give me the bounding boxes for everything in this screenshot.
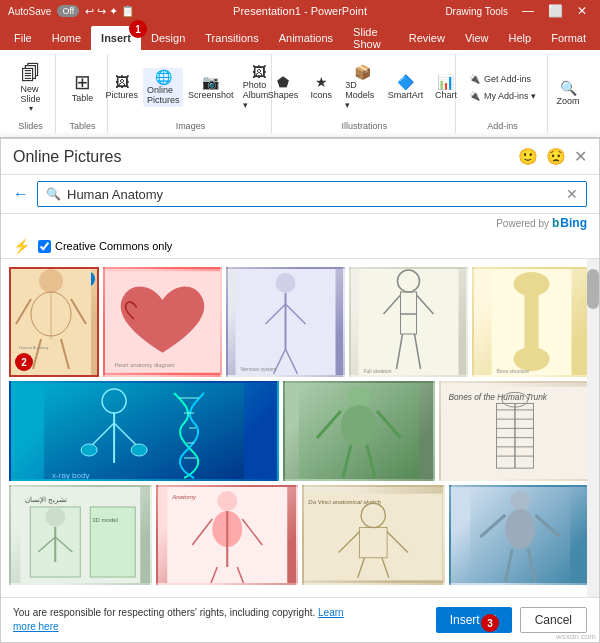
photo-album-icon: 🖼 <box>252 65 266 79</box>
new-slide-button[interactable]: 🗐 NewSlide ▾ <box>13 61 49 115</box>
smartart-icon: 🔷 <box>397 75 414 89</box>
image-2[interactable]: Heart anatomy diagram <box>103 267 222 377</box>
ribbon-group-images: 🖼 Pictures 🌐 OnlinePictures 📷 Screenshot… <box>110 54 272 133</box>
screenshot-icon: 📷 <box>202 75 219 89</box>
dialog-close-icon[interactable]: ✕ <box>574 147 587 166</box>
window-title: Presentation1 - PowerPoint <box>233 5 367 17</box>
images-row-3: تشريح الإنسان 3D model Anatomy <box>9 485 591 585</box>
tab-format[interactable]: Format <box>541 26 596 50</box>
image-11[interactable]: Da Vinci anatomical sketch <box>302 485 445 585</box>
images-label: Images <box>176 119 206 131</box>
get-addins-icon: 🔌 <box>469 74 480 84</box>
emoji-frown-icon: 😟 <box>546 147 566 166</box>
tab-transitions[interactable]: Transitions <box>195 26 268 50</box>
tab-review[interactable]: Review <box>399 26 455 50</box>
clear-search-button[interactable]: ✕ <box>566 186 578 202</box>
svg-point-12 <box>276 273 296 293</box>
pictures-button[interactable]: 🖼 Pictures <box>102 73 141 102</box>
svg-point-91 <box>510 491 530 511</box>
svg-text:Heart anatomy diagram: Heart anatomy diagram <box>115 362 175 368</box>
online-pictures-button[interactable]: 🌐 OnlinePictures <box>143 68 182 107</box>
dialog-header-icons: 🙂 😟 ✕ <box>518 147 587 166</box>
tab-help[interactable]: Help <box>499 26 542 50</box>
zoom-area: 🔍 Zoom <box>550 54 594 133</box>
image-3[interactable]: Nervous system <box>226 267 345 377</box>
screenshot-button[interactable]: 📷 Screenshot <box>185 73 237 102</box>
illustrations-label: Illustrations <box>342 119 388 131</box>
cc-label: Creative Commons only <box>55 240 172 252</box>
smartart-button[interactable]: 🔷 SmartArt <box>385 73 426 102</box>
cancel-button[interactable]: Cancel <box>520 607 587 633</box>
creative-commons-filter[interactable]: Creative Commons only <box>38 240 172 253</box>
my-addins-button[interactable]: 🔌 My Add-ins ▾ <box>465 89 540 103</box>
shapes-button[interactable]: ⬟ Shapes <box>265 73 301 102</box>
tab-slideshow[interactable]: Slide Show <box>343 26 399 50</box>
svg-rect-82 <box>304 494 443 581</box>
back-button[interactable]: ← <box>13 185 29 203</box>
svg-text:x-ray body: x-ray body <box>52 471 89 480</box>
filter-icon: ⚡ <box>13 238 30 254</box>
tab-home[interactable]: Home <box>42 26 91 50</box>
get-addins-button[interactable]: 🔌 Get Add-ins <box>465 72 535 86</box>
image-6[interactable]: x-ray body <box>9 381 279 481</box>
svg-text:تشريح الإنسان: تشريح الإنسان <box>25 496 67 504</box>
svg-point-48 <box>341 405 377 445</box>
scrollbar-thumb[interactable] <box>587 269 599 309</box>
new-slide-icon: 🗐 <box>21 63 41 83</box>
svg-point-74 <box>217 491 237 511</box>
3d-models-button[interactable]: 📦 3DModels ▾ <box>341 63 383 112</box>
svg-text:Bone structure: Bone structure <box>497 368 530 374</box>
image-8[interactable]: Bones of the Human Trunk <box>439 381 591 481</box>
image-1[interactable]: ✓ Human Anatomy 2 <box>9 267 99 377</box>
scrollbar-track <box>587 259 599 597</box>
table-button[interactable]: ⊞ Table <box>65 70 101 105</box>
zoom-button[interactable]: 🔍 Zoom <box>550 79 586 108</box>
pictures-icon: 🖼 <box>115 75 129 89</box>
shapes-icon: ⬟ <box>277 75 289 89</box>
svg-point-67 <box>45 507 65 527</box>
icons-button[interactable]: ★ Icons <box>303 73 339 102</box>
more-here-link[interactable]: more here <box>13 621 59 632</box>
image-10[interactable]: Anatomy <box>156 485 299 585</box>
close-button[interactable]: ✕ <box>572 4 592 18</box>
svg-text:Anatomy: Anatomy <box>171 494 197 500</box>
drawing-tools-label: Drawing Tools <box>440 6 513 17</box>
ribbon-tabs: File Home Insert 1 Design Transitions An… <box>0 22 600 50</box>
autosave-toggle[interactable]: Off <box>57 5 79 17</box>
3d-models-icon: 📦 <box>354 65 371 79</box>
svg-text:Bones of the Human Trunk: Bones of the Human Trunk <box>448 392 547 402</box>
image-9[interactable]: تشريح الإنسان 3D model <box>9 485 152 585</box>
powered-by: Powered by b Bing <box>1 214 599 234</box>
minimize-button[interactable]: — <box>517 4 539 18</box>
svg-point-47 <box>348 386 370 408</box>
ribbon-group-slides: 🗐 NewSlide ▾ Slides <box>6 54 56 133</box>
image-badge-2: 2 <box>15 353 33 371</box>
learn-link[interactable]: Learn <box>318 607 344 618</box>
image-5[interactable]: Bone structure <box>472 267 591 377</box>
image-12[interactable] <box>449 485 592 585</box>
title-bar-controls: Drawing Tools — ⬜ ✕ <box>440 4 592 18</box>
footer-copyright-text: You are responsible for respecting other… <box>13 606 436 634</box>
icons-icon: ★ <box>315 75 328 89</box>
tab-file[interactable]: File <box>4 26 42 50</box>
tab-animations[interactable]: Animations <box>269 26 343 50</box>
zoom-icon: 🔍 <box>560 81 577 95</box>
svg-text:3D model: 3D model <box>92 517 118 523</box>
insert-button[interactable]: Insert (1) <box>436 607 512 633</box>
chart-icon: 📊 <box>437 75 454 89</box>
tab-view[interactable]: View <box>455 26 499 50</box>
tab-insert[interactable]: Insert 1 <box>91 26 141 50</box>
image-4[interactable]: Full skeleton <box>349 267 468 377</box>
search-input[interactable] <box>67 187 566 202</box>
svg-rect-19 <box>359 269 459 375</box>
image-7[interactable] <box>283 381 435 481</box>
filter-bar: ⚡ Creative Commons only <box>1 234 599 259</box>
svg-point-1 <box>39 269 63 293</box>
maximize-button[interactable]: ⬜ <box>543 4 568 18</box>
cc-checkbox-input[interactable] <box>38 240 51 253</box>
watermark: wsxdn.com <box>556 632 596 641</box>
tab-design[interactable]: Design <box>141 26 195 50</box>
bing-logo: b Bing <box>552 216 587 230</box>
images-row-1: ✓ Human Anatomy 2 <box>9 267 591 377</box>
svg-rect-33 <box>44 383 244 481</box>
